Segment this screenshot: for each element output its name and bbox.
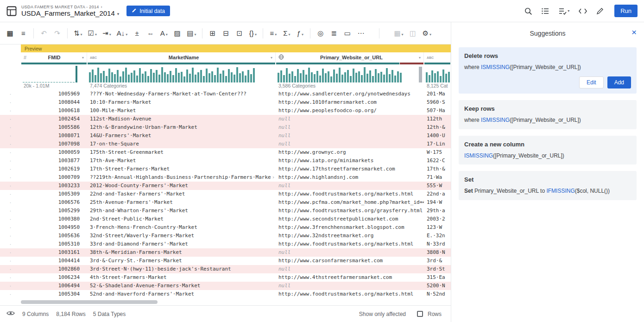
cell-fmid[interactable]: 1004950 bbox=[21, 223, 87, 232]
cell-marketname[interactable]: ???Y·Not·Wednesday·Farmers·Market·at·Tow… bbox=[87, 90, 276, 98]
suggestion-card-create-a-new-column[interactable]: Create a new columnISMISSING([Primary_We… bbox=[459, 136, 637, 165]
row-handle[interactable]: · bbox=[0, 273, 21, 282]
target-icon[interactable]: ◎ bbox=[314, 26, 327, 40]
table-row[interactable]: 10049503·French·Hens·French·Country·Mark… bbox=[21, 223, 451, 232]
cell-marketname[interactable]: 12th·&·Brandywine·Urban·Farm·Market bbox=[87, 123, 276, 132]
sort-az-icon[interactable]: A↓▾ bbox=[114, 26, 130, 40]
cell-url[interactable]: null bbox=[276, 123, 424, 132]
sort-column-icon[interactable]: ⇅▾ bbox=[71, 26, 85, 40]
cell-marketname[interactable]: 4th·Street·Farmers·Market bbox=[87, 273, 276, 282]
table-row[interactable]: 1002454112st·Madison·Avenuenull112th bbox=[21, 115, 451, 123]
cell-url[interactable]: null bbox=[276, 182, 424, 190]
rows-checkbox[interactable] bbox=[417, 311, 423, 317]
cell-marketname[interactable]: 25th·Avenue·Farmers'·Market bbox=[87, 198, 276, 207]
cell-fmid[interactable]: 1005586 bbox=[21, 123, 87, 132]
row-handle[interactable]: · bbox=[0, 207, 21, 215]
cell-url[interactable]: http://www.peoplesfoodco-op.org/ bbox=[276, 107, 424, 115]
edit-pen-icon[interactable] bbox=[596, 7, 604, 15]
cell-street[interactable]: 5960·S bbox=[424, 98, 451, 107]
cell-fmid[interactable]: 1008071 bbox=[21, 132, 87, 140]
cell-marketname[interactable]: 10:10·Farmers·Market bbox=[87, 98, 276, 107]
cell-url[interactable]: null bbox=[276, 265, 424, 273]
cell-url[interactable]: http://www.carsonfarmersmarket.com bbox=[276, 257, 424, 265]
column-header-partial[interactable]: ABC bbox=[424, 52, 451, 63]
suggestion-card-set[interactable]: SetSet Primary_Website_or_URL to IFMISSI… bbox=[459, 171, 637, 200]
table-row[interactable]: 100709817·on·the·Squarenull17·Lin bbox=[21, 140, 451, 148]
table-row[interactable]: 10032332012·Wood·County·Farmers'·Marketn… bbox=[21, 182, 451, 190]
cell-marketname[interactable]: 52nd·and·Haverford·Farmers'·Market bbox=[87, 290, 276, 298]
dataset-title[interactable]: USDA_Farmers_Market_2014 ▾ bbox=[21, 9, 119, 17]
horizontal-scrollbar[interactable] bbox=[21, 300, 158, 304]
row-filter-icon[interactable]: ▤▾ bbox=[184, 26, 198, 40]
row-handle[interactable]: · bbox=[0, 157, 21, 165]
table-row[interactable]: 100530922nd·and·Tasker·Farmers'·Marketht… bbox=[21, 190, 451, 198]
redo-icon[interactable]: ↷ bbox=[51, 26, 63, 40]
cell-fmid[interactable]: 1002619 bbox=[21, 165, 87, 173]
cell-street[interactable]: 1400·U bbox=[424, 132, 451, 140]
cell-street[interactable]: 123·W bbox=[424, 223, 451, 232]
cell-fmid[interactable]: 1004414 bbox=[21, 257, 87, 265]
table-row[interactable]: 100530452nd·and·Haverford·Farmers'·Marke… bbox=[21, 290, 451, 298]
table-row[interactable]: 1005969???Y·Not·Wednesday·Farmers·Market… bbox=[21, 90, 451, 98]
cell-street[interactable]: 201·Ma bbox=[424, 90, 451, 98]
cell-marketname[interactable]: 33rd·and·Diamond·Farmers'·Market bbox=[87, 240, 276, 248]
export-column-icon[interactable]: ⇥▾ bbox=[100, 26, 114, 40]
row-handle[interactable]: · bbox=[0, 240, 21, 248]
cell-marketname[interactable]: 2nd·Street·Public·Market bbox=[87, 215, 276, 223]
histogram-fmid[interactable] bbox=[21, 65, 87, 82]
row-handle[interactable]: · bbox=[0, 232, 21, 240]
cell-url[interactable]: http://www.iatp.org/minimarkets bbox=[276, 157, 424, 165]
cell-street[interactable]: 17th·& bbox=[424, 165, 451, 173]
row-handle[interactable]: · bbox=[0, 290, 21, 298]
cell-url[interactable]: http://www.highlandsnj.com bbox=[276, 173, 424, 182]
suggestion-card-delete-rows[interactable]: Delete rowswhere ISMISSING([Primary_Webs… bbox=[459, 47, 637, 94]
table-row[interactable]: 100261917th·Street·Farmers·Markethttp://… bbox=[21, 165, 451, 173]
row-handle[interactable]: · bbox=[0, 98, 21, 107]
cell-street[interactable]: 315·Ea bbox=[424, 273, 451, 282]
cell-url[interactable]: http://www.3frenchhensmarket.blogspot.co… bbox=[276, 223, 424, 232]
cell-marketname[interactable]: 14&U·Farmers'·Market bbox=[87, 132, 276, 140]
cell-url[interactable]: http://www.foodtrustmarkets.org/markets.… bbox=[276, 190, 424, 198]
cell-fmid[interactable]: 1006234 bbox=[21, 273, 87, 282]
cell-marketname[interactable]: 29th·and·Wharton·Farmers'·Market bbox=[87, 207, 276, 215]
cell-url[interactable]: null bbox=[276, 248, 424, 257]
cell-url[interactable]: http://www.17thstreetfarmersmarket.com bbox=[276, 165, 424, 173]
settings-sliders-icon[interactable]: ⚙▾ bbox=[420, 26, 434, 40]
cell-url[interactable]: null bbox=[276, 115, 424, 123]
eye-icon[interactable] bbox=[6, 310, 15, 317]
add-remove-icon[interactable]: ± bbox=[131, 26, 143, 40]
close-icon[interactable]: × bbox=[631, 28, 637, 37]
cell-marketname[interactable]: 3rd·&·Curry·St.·Farmers·Market bbox=[87, 257, 276, 265]
table-row[interactable]: 100316138th·&·Meridian·Farmers·Marketnul… bbox=[21, 248, 451, 257]
join-icon[interactable]: ◫ bbox=[407, 26, 419, 40]
cell-street[interactable]: E.·32n bbox=[424, 232, 451, 240]
cell-street[interactable]: 5200·N bbox=[424, 282, 451, 290]
validate-icon[interactable]: ☑▾ bbox=[86, 26, 99, 40]
row-handle[interactable]: · bbox=[0, 190, 21, 198]
cell-marketname[interactable]: 17th·Street·Farmers·Market bbox=[87, 165, 276, 173]
cell-marketname[interactable]: 2012·Wood·County·Farmers'·Market bbox=[87, 182, 276, 190]
cell-street[interactable]: 507·Ha bbox=[424, 107, 451, 115]
table-row[interactable]: 100387717th·Ave·Markethttp://www.iatp.or… bbox=[21, 157, 451, 165]
braces-functions-icon[interactable]: {}▾ bbox=[246, 26, 259, 40]
resize-columns-icon[interactable]: ⇔ bbox=[144, 26, 157, 40]
add-button[interactable]: Add bbox=[607, 76, 631, 88]
cell-street[interactable]: 555·W bbox=[424, 182, 451, 190]
cell-street[interactable]: 71·Wa bbox=[424, 173, 451, 182]
row-handle[interactable]: · bbox=[0, 90, 21, 98]
cell-fmid[interactable]: 1000380 bbox=[21, 215, 87, 223]
cell-street[interactable]: W·175 bbox=[424, 148, 451, 157]
breadcrumb[interactable]: USDA FAMER'S MARKET DATA - 2014 › bbox=[21, 5, 119, 9]
cell-street[interactable]: 1622·C bbox=[424, 157, 451, 165]
cell-url[interactable]: http://www.foodtrustmarkets.org/markets.… bbox=[276, 240, 424, 248]
cell-fmid[interactable]: 1006494 bbox=[21, 282, 87, 290]
histogram-marketname[interactable] bbox=[87, 65, 276, 82]
cell-marketname[interactable]: 17·on·the·Square bbox=[87, 140, 276, 148]
edit-button[interactable]: Edit bbox=[579, 76, 604, 88]
comment-icon[interactable]: ▭ bbox=[341, 26, 354, 40]
table-row[interactable]: 10003802nd·Street·Public·Markethttp://ww… bbox=[21, 215, 451, 223]
cell-fmid[interactable]: 1002454 bbox=[21, 115, 87, 123]
cell-fmid[interactable]: 1003877 bbox=[21, 157, 87, 165]
cell-url[interactable]: http://www.1010farmersmarket.com bbox=[276, 98, 424, 107]
cell-street[interactable]: 194·W bbox=[424, 198, 451, 207]
